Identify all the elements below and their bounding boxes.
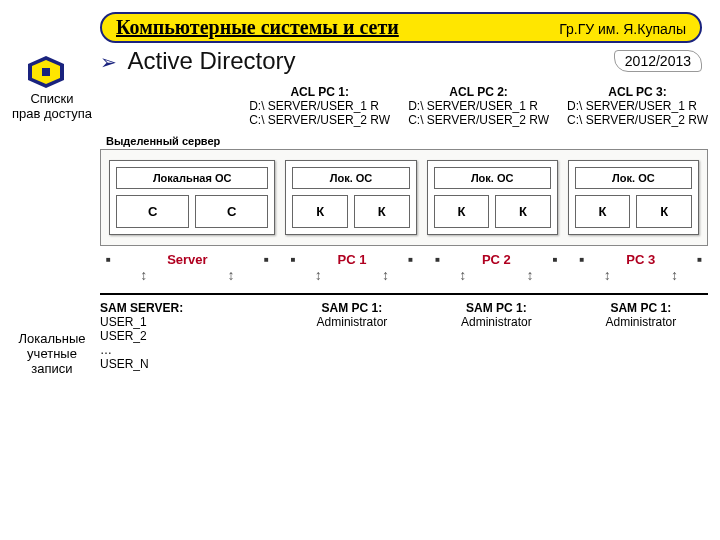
updown-arrow-icon: ↕	[526, 267, 533, 283]
sam-section-label: Локальные учетные записи	[10, 331, 94, 376]
page-title: Компьютерные системы и сети	[116, 16, 559, 39]
pc-label: PC 1	[285, 252, 419, 267]
sam-pc1: SAM PC 1: Administrator	[285, 301, 419, 371]
disk-icon: C	[195, 195, 268, 228]
server-node: Локальная ОС C C	[109, 160, 275, 235]
divider	[100, 293, 708, 295]
disk-icon: К	[575, 195, 631, 228]
connector-arrows: ↕↕ ↕↕ ↕↕ ↕↕	[100, 267, 708, 283]
updown-arrow-icon: ↕	[382, 267, 389, 283]
pc-node: Лок. ОС К К	[568, 160, 699, 235]
section-row: ➢ Active Directory 2012/2013	[100, 47, 702, 75]
sam-server: SAM SERVER: USER_1 USER_2 … USER_N	[100, 301, 275, 371]
pc-label: PC 2	[429, 252, 563, 267]
bullet-arrow-icon: ➢	[100, 51, 117, 73]
disk-icon: К	[495, 195, 551, 228]
updown-arrow-icon: ↕	[604, 267, 611, 283]
server-caption: Выделенный сервер	[106, 135, 708, 147]
pc-node: Лок. ОС К К	[427, 160, 558, 235]
sam-pc2: SAM PC 1: Administrator	[429, 301, 563, 371]
org-name: Гр.ГУ им. Я.Купалы	[559, 21, 686, 37]
section-title: Active Directory	[127, 47, 295, 74]
svg-rect-2	[42, 68, 50, 76]
university-crest-icon	[28, 56, 64, 88]
updown-arrow-icon: ↕	[228, 267, 235, 283]
updown-arrow-icon: ↕	[671, 267, 678, 283]
updown-arrow-icon: ↕	[459, 267, 466, 283]
updown-arrow-icon: ↕	[140, 267, 147, 283]
disk-icon: К	[292, 195, 348, 228]
node-labels: Server PC 1 PC 2 PC 3	[100, 252, 708, 267]
pc-node: Лок. ОС К К	[285, 160, 416, 235]
disk-icon: К	[636, 195, 692, 228]
acl-pc3: ACL PC 3: D:\ SERVER/USER_1 R C:\ SERVER…	[567, 85, 708, 127]
acl-pc2: ACL PC 2: D:\ SERVER/USER_1 R C:\ SERVER…	[408, 85, 549, 127]
pc-label: PC 3	[574, 252, 708, 267]
acl-section-label: Списки прав доступа	[10, 91, 94, 121]
left-labels: Списки прав доступа Локальные учетные за…	[0, 85, 100, 376]
year-badge: 2012/2013	[614, 50, 702, 72]
disk-icon: К	[354, 195, 410, 228]
updown-arrow-icon: ↕	[315, 267, 322, 283]
network-diagram: Локальная ОС C C Лок. ОС К К Лок. ОС К К	[100, 149, 708, 246]
disk-icon: К	[434, 195, 490, 228]
disk-icon: C	[116, 195, 189, 228]
sam-pc3: SAM PC 1: Administrator	[574, 301, 708, 371]
acl-pc1: ACL PC 1: D:\ SERVER/USER_1 R C:\ SERVER…	[249, 85, 390, 127]
sam-row: SAM SERVER: USER_1 USER_2 … USER_N SAM P…	[100, 301, 708, 371]
title-bar: Компьютерные системы и сети Гр.ГУ им. Я.…	[100, 12, 702, 43]
acl-row: ACL PC 1: D:\ SERVER/USER_1 R C:\ SERVER…	[100, 85, 708, 127]
server-label: Server	[100, 252, 275, 267]
